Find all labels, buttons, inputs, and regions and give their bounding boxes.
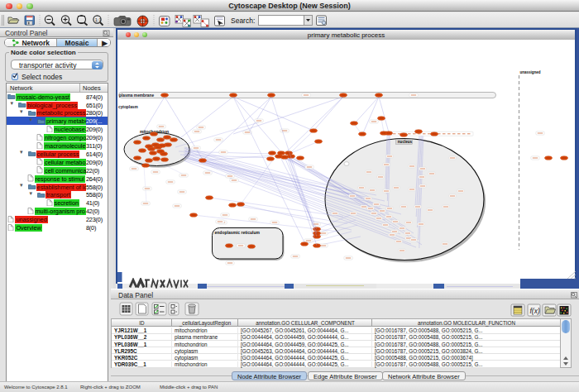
svg-text:endoplasmic reticulum: endoplasmic reticulum xyxy=(215,230,261,235)
svg-text:1:1: 1:1 xyxy=(95,17,102,22)
svg-text:nucleus: nucleus xyxy=(398,140,413,144)
svg-text:f(x): f(x) xyxy=(530,307,540,315)
svg-text:cytoplasm: cytoplasm xyxy=(118,105,138,109)
svg-text:Search:: Search: xyxy=(231,17,255,25)
svg-text:unassigned: unassigned xyxy=(520,70,541,74)
svg-text:plasma membrane: plasma membrane xyxy=(119,93,154,98)
